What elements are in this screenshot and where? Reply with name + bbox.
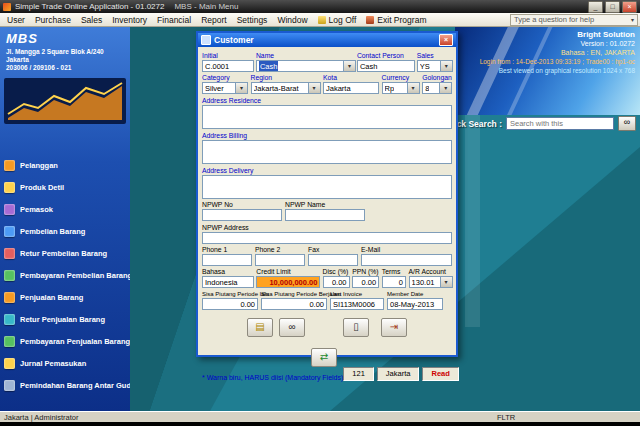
- menu-sales[interactable]: Sales: [76, 14, 107, 26]
- sidebar-item-pembayaran-pembelian[interactable]: Pembayaran Pembelian Barang: [0, 268, 130, 283]
- region-combobox[interactable]: Jakarta-Barat▾: [251, 82, 321, 94]
- chevron-down-icon[interactable]: ▾: [439, 83, 451, 93]
- contact-person-field[interactable]: Cash: [357, 60, 415, 72]
- sidebar-item-retur-pembelian[interactable]: Retur Pembelian Barang: [0, 246, 130, 261]
- address-residence-field[interactable]: [202, 105, 452, 129]
- kota-field[interactable]: Jakarta: [323, 82, 379, 94]
- window-title: Simple Trade Online Application - 01.027…: [15, 2, 164, 11]
- credit-limit-field[interactable]: 10,000,000.00: [256, 276, 320, 288]
- menu-settings[interactable]: Settings: [232, 14, 273, 26]
- sidebar-item-pelanggan[interactable]: Pelanggan: [0, 158, 130, 173]
- minimize-button[interactable]: _: [588, 1, 603, 13]
- bahasa-label: Bahasa: [202, 268, 253, 276]
- initial-field[interactable]: C.0001: [202, 60, 254, 72]
- window-subtitle: MBS - Main Menu: [174, 2, 238, 11]
- new-document-button[interactable]: ▯: [343, 318, 369, 337]
- close-button[interactable]: ×: [622, 1, 637, 13]
- sisa-lalu-field[interactable]: 0.00: [202, 298, 258, 310]
- sales-label: Sales: [417, 52, 452, 60]
- menu-purchase[interactable]: Purchase: [30, 14, 76, 26]
- ppn-field[interactable]: 0.00: [352, 276, 379, 288]
- help-question-box[interactable]: Type a question for help ▾: [510, 14, 638, 26]
- bahasa-field[interactable]: Indonesia: [202, 276, 254, 288]
- sisa-berjalan-field[interactable]: 0.00: [261, 298, 327, 310]
- sidebar-item-produk-detil[interactable]: Produk Detil: [0, 180, 130, 195]
- exit-form-button[interactable]: ⇥: [381, 318, 407, 337]
- category-combobox[interactable]: Silver▾: [202, 82, 248, 94]
- resolution-hint-text: Best viewed on graphical resolution 1024…: [480, 66, 635, 75]
- dialog-close-button[interactable]: ×: [439, 34, 453, 46]
- chevron-down-icon[interactable]: ▾: [308, 83, 320, 93]
- phone2-label: Phone 2: [255, 246, 305, 254]
- sidebar-item-label: Penjualan Barang: [20, 293, 83, 302]
- sidebar-item-pemasok[interactable]: Pemasok: [0, 202, 130, 217]
- quick-search-input[interactable]: [506, 117, 614, 130]
- maximize-button[interactable]: □: [605, 1, 620, 13]
- kota-label: Kota: [323, 74, 379, 82]
- save-button[interactable]: ▤: [247, 318, 273, 337]
- npwp-name-field[interactable]: [285, 209, 365, 221]
- quick-search: Quick Search : ∞: [442, 116, 636, 131]
- menu-report[interactable]: Report: [196, 14, 232, 26]
- identity-row: Initial C.0001 Name Cash▾ Contact Person…: [202, 52, 452, 72]
- name-combobox[interactable]: Cash▾: [256, 60, 356, 72]
- phone2-field[interactable]: [255, 254, 305, 266]
- npwp-address-field[interactable]: [202, 232, 452, 244]
- address-delivery-field[interactable]: [202, 175, 452, 199]
- fax-label: Fax: [308, 246, 358, 254]
- sidebar-item-label: Pelanggan: [20, 161, 58, 170]
- sidebar-item-label: Pemindahan Barang Antar Gudang: [20, 381, 130, 390]
- sales-return-icon: [4, 314, 15, 325]
- brand-name: Bright Solution: [480, 30, 635, 39]
- chevron-down-icon[interactable]: ▾: [440, 277, 452, 287]
- menu-exit-program[interactable]: Exit Program: [361, 14, 431, 26]
- member-date-label: Member Date: [387, 290, 443, 298]
- terms-field[interactable]: 0: [382, 276, 406, 288]
- product-icon: [4, 182, 15, 193]
- menu-financial[interactable]: Financial: [152, 14, 196, 26]
- menu-logoff[interactable]: Log Off: [313, 14, 362, 26]
- sidebar-item-pemindahan-barang[interactable]: Pemindahan Barang Antar Gudang: [0, 378, 130, 393]
- sidebar-item-retur-penjualan[interactable]: Retur Penjualan Barang: [0, 312, 130, 327]
- email-label: E-Mail: [361, 246, 452, 254]
- chevron-down-icon: ▾: [631, 16, 634, 23]
- menu-user[interactable]: User: [2, 14, 30, 26]
- phone1-field[interactable]: [202, 254, 252, 266]
- journal-icon: [4, 358, 15, 369]
- ar-account-label: A/R Account: [409, 268, 452, 276]
- dialog-titlebar[interactable]: Customer ×: [198, 33, 456, 47]
- npwp-no-field[interactable]: [202, 209, 282, 221]
- member-date-field[interactable]: 08-May-2013: [387, 298, 443, 310]
- chevron-down-icon[interactable]: ▾: [407, 83, 419, 93]
- dialog-body: Initial C.0001 Name Cash▾ Contact Person…: [198, 47, 456, 355]
- navigate-records-button[interactable]: ⇄: [311, 348, 337, 367]
- ar-account-combobox[interactable]: 130.01▾: [409, 276, 453, 288]
- search-binoculars-button[interactable]: ∞: [618, 116, 636, 131]
- address-billing-field[interactable]: [202, 140, 452, 164]
- sales-combobox[interactable]: YS▾: [417, 60, 453, 72]
- menu-window[interactable]: Window: [272, 14, 312, 26]
- phone-row: Phone 1 Phone 2 Fax E-Mail: [202, 246, 452, 266]
- last-invoice-field[interactable]: SI113M0006: [330, 298, 384, 310]
- email-field[interactable]: [361, 254, 452, 266]
- sidebar-item-pembelian-barang[interactable]: Pembelian Barang: [0, 224, 130, 239]
- sidebar-item-jurnal-pemasukan[interactable]: Jurnal Pemasukan: [0, 356, 130, 371]
- disc-field[interactable]: 0.00: [323, 276, 350, 288]
- fax-field[interactable]: [308, 254, 358, 266]
- find-button[interactable]: ∞: [279, 318, 305, 337]
- currency-combobox[interactable]: Rp▾: [382, 82, 420, 94]
- address-residence-label: Address Residence: [202, 97, 452, 105]
- titlebar: Simple Trade Online Application - 01.027…: [0, 0, 640, 13]
- menu-inventory[interactable]: Inventory: [107, 14, 152, 26]
- sidebar-item-pembayaran-penjualan[interactable]: Pembayaran Penjualan Barang: [0, 334, 130, 349]
- chevron-down-icon[interactable]: ▾: [235, 83, 247, 93]
- chevron-down-icon[interactable]: ▾: [440, 61, 452, 71]
- disc-label: Disc (%): [323, 268, 350, 276]
- npwp-no-label: NPWP No: [202, 201, 282, 209]
- bottom-black-strip: [0, 422, 640, 426]
- sidebar-item-label: Retur Penjualan Barang: [20, 315, 105, 324]
- golongan-combobox[interactable]: 8▾: [422, 82, 452, 94]
- chevron-down-icon[interactable]: ▾: [343, 61, 355, 71]
- balance-row: Sisa Piutang Periode lalu 0.00 Sisa Piut…: [202, 290, 452, 310]
- sidebar-item-penjualan-barang[interactable]: Penjualan Barang: [0, 290, 130, 305]
